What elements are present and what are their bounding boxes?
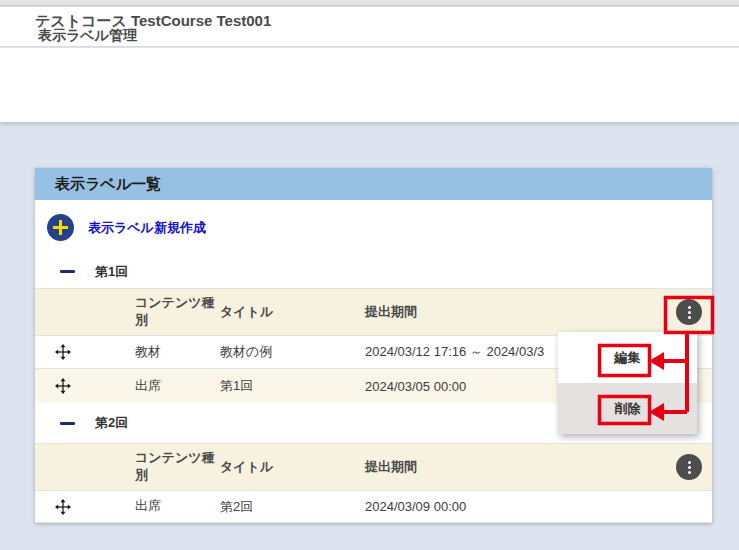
table-header-row: コンテンツ種別 タイトル 提出期間 bbox=[35, 443, 712, 490]
column-period: 提出期間 bbox=[365, 303, 650, 321]
cell-title: 第2回 bbox=[220, 498, 365, 516]
page-title: 表示ラベル管理 bbox=[38, 27, 137, 45]
move-icon[interactable] bbox=[55, 344, 71, 360]
cell-title: 第1回 bbox=[220, 377, 365, 395]
table-header-row: コンテンツ種別 タイトル 提出期間 bbox=[35, 288, 712, 335]
column-title: タイトル bbox=[220, 458, 365, 476]
column-content-type: コンテンツ種別 bbox=[135, 450, 220, 484]
page-header-band bbox=[0, 48, 739, 123]
section-header-1: 第1回 bbox=[35, 255, 712, 288]
plus-icon bbox=[47, 214, 74, 241]
column-content-type: コンテンツ種別 bbox=[135, 295, 220, 329]
cell-content-type: 出席 bbox=[135, 378, 220, 395]
kebab-menu-icon[interactable] bbox=[676, 454, 702, 480]
move-icon[interactable] bbox=[55, 378, 71, 394]
panel-header: 表示ラベル一覧 bbox=[35, 168, 712, 200]
create-label-link[interactable]: 表示ラベル新規作成 bbox=[35, 200, 712, 255]
section-label: 第2回 bbox=[95, 414, 128, 432]
cell-period: 2024/03/09 00:00 bbox=[365, 499, 650, 514]
table-row: 出席 第2回 2024/03/09 00:00 bbox=[35, 490, 712, 523]
minus-icon[interactable] bbox=[60, 270, 75, 273]
create-label-text: 表示ラベル新規作成 bbox=[88, 219, 206, 237]
context-menu-item-edit[interactable]: 編集 bbox=[558, 332, 697, 383]
cell-content-type: 出席 bbox=[135, 498, 220, 515]
move-icon[interactable] bbox=[55, 499, 71, 515]
panel-title: 表示ラベル一覧 bbox=[55, 175, 161, 194]
cell-title: 教材の例 bbox=[220, 343, 365, 361]
kebab-menu-icon[interactable] bbox=[676, 299, 702, 325]
screen: テストコース TestCourse Test001 表示ラベル管理 表示ラベル一… bbox=[0, 0, 739, 550]
column-period: 提出期間 bbox=[365, 458, 650, 476]
minus-icon[interactable] bbox=[60, 422, 75, 425]
cell-content-type: 教材 bbox=[135, 344, 220, 361]
context-menu-item-delete[interactable]: 削除 bbox=[558, 383, 697, 434]
column-title: タイトル bbox=[220, 303, 365, 321]
section-label: 第1回 bbox=[95, 263, 128, 281]
context-menu: 編集 削除 bbox=[558, 332, 697, 434]
top-strip bbox=[0, 0, 739, 6]
